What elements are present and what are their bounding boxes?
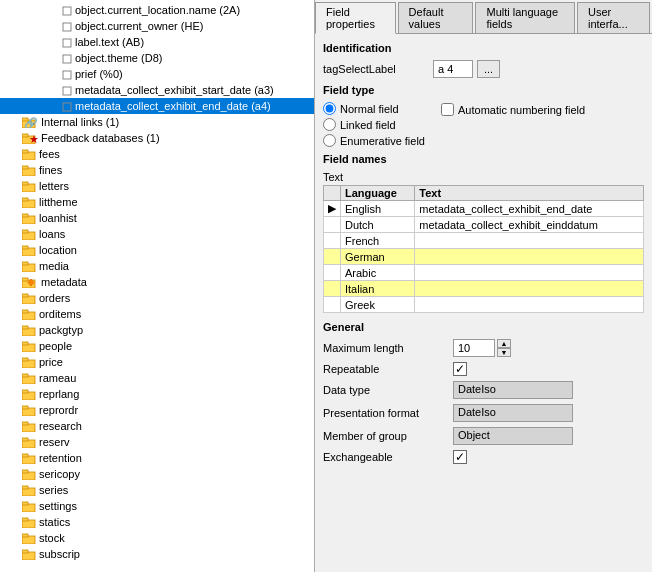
tag-browse-button[interactable]: ... bbox=[477, 60, 500, 78]
tree-item-sericopy[interactable]: sericopy bbox=[0, 466, 314, 482]
auto-number-checkbox[interactable] bbox=[441, 103, 454, 116]
tree-item-loans[interactable]: loans bbox=[0, 226, 314, 242]
enumerative-field-label: Enumerative field bbox=[340, 135, 425, 147]
normal-field-radio[interactable] bbox=[323, 102, 336, 115]
lang-table-row[interactable]: German bbox=[324, 249, 644, 265]
max-length-input[interactable] bbox=[453, 339, 495, 357]
text-cell[interactable]: metadata_collect_exhibit_einddatum bbox=[415, 217, 644, 233]
tab-field-properties[interactable]: Field properties bbox=[315, 2, 396, 34]
text-cell[interactable]: metadata_collect_exhibit_end_date bbox=[415, 201, 644, 217]
lang-table-row[interactable]: Greek bbox=[324, 297, 644, 313]
tree-item-label: metadata_collect_exhibit_start_date (a3) bbox=[75, 84, 274, 96]
text-cell[interactable] bbox=[415, 297, 644, 313]
tree-item-statics[interactable]: statics bbox=[0, 514, 314, 530]
tree-item-reprlang[interactable]: reprlang bbox=[0, 386, 314, 402]
tree-item-reserv[interactable]: reserv bbox=[0, 434, 314, 450]
text-cell[interactable] bbox=[415, 233, 644, 249]
folder-icon bbox=[22, 148, 36, 160]
tree-item-research[interactable]: research bbox=[0, 418, 314, 434]
tab-user-interface[interactable]: User interfa... bbox=[577, 2, 650, 33]
svg-rect-57 bbox=[22, 486, 28, 489]
folder-icon bbox=[22, 500, 36, 512]
svg-rect-55 bbox=[22, 470, 28, 473]
tree-item-metadata_end[interactable]: metadata_collect_exhibit_end_date (a4) bbox=[0, 98, 314, 114]
spin-up-button[interactable]: ▲ bbox=[497, 339, 511, 348]
tree-item-label: letters bbox=[39, 180, 69, 192]
tree-item-metadata_start[interactable]: metadata_collect_exhibit_start_date (a3) bbox=[0, 82, 314, 98]
tab-default-values[interactable]: Default values bbox=[398, 2, 474, 33]
tree-item-label: object.current_owner (HE) bbox=[75, 20, 203, 32]
tree-item-object_theme[interactable]: object.theme (D8) bbox=[0, 50, 314, 66]
tree-item-label: media bbox=[39, 260, 69, 272]
tree-item-price[interactable]: price bbox=[0, 354, 314, 370]
lang-table-row[interactable]: Dutchmetadata_collect_exhibit_einddatum bbox=[324, 217, 644, 233]
exchangeable-label: Exchangeable bbox=[323, 451, 453, 463]
folder-icon bbox=[22, 260, 36, 272]
svg-rect-45 bbox=[22, 390, 28, 393]
tree-item-fines[interactable]: fines bbox=[0, 162, 314, 178]
text-cell[interactable] bbox=[415, 281, 644, 297]
tree-container: object.current_location.name (2A)object.… bbox=[0, 0, 314, 572]
folder-icon bbox=[22, 548, 36, 560]
tag-value-group: ... bbox=[433, 60, 500, 78]
tree-item-stock[interactable]: stock bbox=[0, 530, 314, 546]
folder-icon bbox=[22, 388, 36, 400]
folder-star-icon: ★ bbox=[22, 132, 38, 144]
tree-item-orditems[interactable]: orditems bbox=[0, 306, 314, 322]
tree-item-label: metadata bbox=[41, 276, 87, 288]
tree-item-subscrip[interactable]: subscrip bbox=[0, 546, 314, 562]
language-cell: Arabic bbox=[341, 265, 415, 281]
right-panel: Field properties Default values Multi la… bbox=[315, 0, 652, 572]
tree-item-series[interactable]: series bbox=[0, 482, 314, 498]
tab-multi-language[interactable]: Multi language fields bbox=[475, 2, 575, 33]
tree-item-current_owner[interactable]: object.current_owner (HE) bbox=[0, 18, 314, 34]
tree-item-retention[interactable]: retention bbox=[0, 450, 314, 466]
tree-item-label: Feedback databases (1) bbox=[41, 132, 160, 144]
svg-text:★: ★ bbox=[29, 133, 38, 144]
presentation-format-row: Presentation format DateIso bbox=[323, 404, 644, 422]
tree-item-settings[interactable]: settings bbox=[0, 498, 314, 514]
tree-item-label: metadata_collect_exhibit_end_date (a4) bbox=[75, 100, 271, 112]
svg-rect-20 bbox=[22, 198, 28, 201]
tree-item-current_location_name[interactable]: object.current_location.name (2A) bbox=[0, 2, 314, 18]
spin-down-button[interactable]: ▼ bbox=[497, 348, 511, 357]
enumerative-field-radio[interactable] bbox=[323, 134, 336, 147]
tree-item-packgtyp[interactable]: packgtyp bbox=[0, 322, 314, 338]
tree-item-feedback_db[interactable]: ★Feedback databases (1) bbox=[0, 130, 314, 146]
data-type-row: Data type DateIso bbox=[323, 381, 644, 399]
tag-value-input[interactable] bbox=[433, 60, 473, 78]
col-text: Text bbox=[415, 186, 644, 201]
tree-item-orders[interactable]: orders bbox=[0, 290, 314, 306]
tree-item-people[interactable]: people bbox=[0, 338, 314, 354]
repeatable-checkbox[interactable]: ✓ bbox=[453, 362, 467, 376]
tree-item-internal_links[interactable]: 🔗Internal links (1) bbox=[0, 114, 314, 130]
tree-item-prief[interactable]: prief (%0) bbox=[0, 66, 314, 82]
auto-number-label: Automatic numbering field bbox=[458, 104, 585, 116]
lang-table-row[interactable]: ▶Englishmetadata_collect_exhibit_end_dat… bbox=[324, 201, 644, 217]
svg-rect-63 bbox=[22, 534, 28, 537]
text-cell[interactable] bbox=[415, 265, 644, 281]
text-cell[interactable] bbox=[415, 249, 644, 265]
svg-rect-51 bbox=[22, 438, 28, 441]
folder-icon bbox=[22, 180, 36, 192]
exchangeable-value-group: ✓ bbox=[453, 450, 467, 464]
exchangeable-checkbox[interactable]: ✓ bbox=[453, 450, 467, 464]
tree-item-label_text[interactable]: label.text (AB) bbox=[0, 34, 314, 50]
general-section-title: General bbox=[323, 321, 644, 333]
tree-item-rameau[interactable]: rameau bbox=[0, 370, 314, 386]
lang-table-row[interactable]: French bbox=[324, 233, 644, 249]
folder-icon bbox=[22, 468, 36, 480]
tree-item-letters[interactable]: letters bbox=[0, 178, 314, 194]
tree-item-label: object.theme (D8) bbox=[75, 52, 162, 64]
linked-field-radio[interactable] bbox=[323, 118, 336, 131]
tree-item-metadata[interactable]: metadata bbox=[0, 274, 314, 290]
lang-table-row[interactable]: Arabic bbox=[324, 265, 644, 281]
tree-item-loanhist[interactable]: loanhist bbox=[0, 210, 314, 226]
lang-table-row[interactable]: Italian bbox=[324, 281, 644, 297]
tree-item-fees[interactable]: fees bbox=[0, 146, 314, 162]
tree-item-littheme[interactable]: littheme bbox=[0, 194, 314, 210]
tree-item-location[interactable]: location bbox=[0, 242, 314, 258]
tree-item-reprordr[interactable]: reprordr bbox=[0, 402, 314, 418]
svg-rect-6 bbox=[63, 103, 71, 111]
tree-item-media[interactable]: media bbox=[0, 258, 314, 274]
